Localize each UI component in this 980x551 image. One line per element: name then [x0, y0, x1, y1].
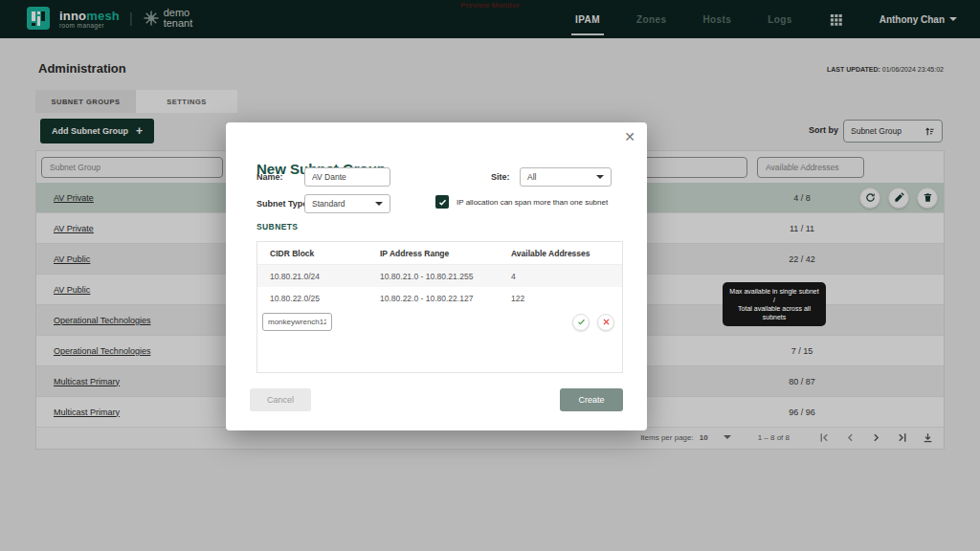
range-value: 10.80.21.0 - 10.80.21.255: [380, 272, 511, 281]
span-subnet-checkbox[interactable]: [435, 195, 449, 209]
subnets-heading: SUBNETS: [256, 222, 298, 231]
x-icon: [602, 318, 611, 326]
new-subnet-row: [257, 309, 622, 335]
new-subnet-group-modal: ✕ New Subnet Group Name: Site: All Subne…: [226, 122, 647, 430]
subnets-table: CIDR Block IP Address Range Available Ad…: [256, 241, 623, 373]
site-select[interactable]: All: [520, 167, 612, 187]
available-value: 122: [511, 294, 622, 303]
subnet-row[interactable]: 10.80.21.0/24 10.80.21.0 - 10.80.21.255 …: [257, 265, 622, 287]
subnet-type-value: Standard: [312, 199, 345, 209]
cidr-value: 10.80.22.0/25: [257, 294, 380, 303]
check-icon: [577, 318, 586, 326]
subnet-row[interactable]: 10.80.22.0/25 10.80.22.0 - 10.80.22.127 …: [257, 287, 622, 309]
name-field[interactable]: [304, 167, 390, 187]
available-value: 4: [511, 272, 622, 281]
site-label: Site:: [491, 172, 510, 182]
header-available: Available Addresses: [511, 249, 622, 258]
chevron-down-icon: [375, 202, 383, 206]
check-icon: [438, 198, 447, 207]
subnet-type-select[interactable]: Standard: [304, 194, 390, 213]
range-value: 10.80.22.0 - 10.80.22.127: [380, 294, 511, 303]
create-button[interactable]: Create: [560, 388, 623, 411]
cancel-button[interactable]: Cancel: [250, 388, 311, 411]
span-subnet-checkbox-label: IP allocation can span more than one sub…: [457, 198, 608, 207]
confirm-subnet-button[interactable]: [572, 314, 590, 331]
cidr-value: 10.80.21.0/24: [257, 272, 380, 281]
header-cidr-block: CIDR Block: [257, 249, 380, 258]
tooltip-line2: Total available across all subnets: [728, 304, 820, 321]
close-icon[interactable]: ✕: [624, 130, 635, 143]
chevron-down-icon: [596, 175, 604, 179]
header-ip-range: IP Address Range: [380, 249, 511, 258]
tooltip-line1: Max available in single subnet /: [728, 287, 820, 304]
name-label: Name:: [256, 172, 283, 182]
site-value: All: [527, 172, 536, 182]
new-cidr-input[interactable]: [262, 313, 332, 331]
subnets-table-header: CIDR Block IP Address Range Available Ad…: [257, 242, 622, 265]
available-addresses-tooltip: Max available in single subnet / Total a…: [723, 282, 826, 326]
subnet-type-label: Subnet Type:: [256, 199, 310, 209]
cancel-subnet-button[interactable]: [597, 314, 614, 331]
